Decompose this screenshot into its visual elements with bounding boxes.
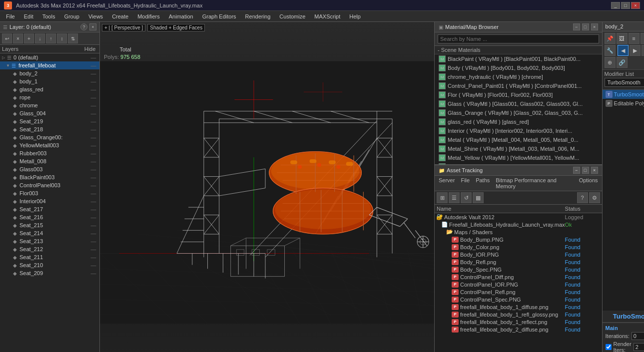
mod-iterations-input[interactable] <box>632 332 644 340</box>
mod-render-iters-checkbox[interactable] <box>606 344 612 350</box>
asset-tb-btn4[interactable]: ▦ <box>473 192 484 203</box>
material-item[interactable]: MMetal_Shine ( VRayMtl ) [Metall_003, Me… <box>435 144 602 153</box>
mod-render-iters-input[interactable] <box>634 343 644 351</box>
mod-tb-hierarchy[interactable]: ≡ <box>629 33 640 44</box>
layer-item[interactable]: ◆ControlPanel003— <box>0 181 99 189</box>
layer-tb-delete[interactable]: × <box>13 33 23 43</box>
layer-item[interactable]: ◆Flor003— <box>0 189 99 197</box>
asset-item[interactable]: PBody_Color.pngFound <box>435 243 602 251</box>
menu-tools[interactable]: Tools <box>38 12 59 20</box>
layer-item[interactable]: ◆rope— <box>0 93 99 101</box>
layer-item[interactable]: ◆Seat_214— <box>0 229 99 237</box>
mod-tb-pin[interactable]: 📌 <box>605 33 616 44</box>
layer-item[interactable]: ◆glass_red— <box>0 85 99 93</box>
asset-menu-bitmap[interactable]: Bitmap Performance and Memory <box>494 177 575 190</box>
asset-item[interactable]: Pfreefall_lifeboat_body_2_diffuse.pngFou… <box>435 326 602 333</box>
layer-item[interactable]: ◆Metall_008— <box>0 157 99 165</box>
material-search-input[interactable] <box>438 34 599 43</box>
restore-button[interactable]: □ <box>621 2 630 9</box>
asset-item[interactable]: Pfreefall_lifeboat_body_1_reflect.pngFou… <box>435 318 602 326</box>
mod-tb-align[interactable]: ⊕ <box>605 57 616 68</box>
menu-rendering[interactable]: Rendering <box>241 12 275 20</box>
layer-item[interactable]: ◆Seat_218— <box>0 125 99 133</box>
layer-tb-up[interactable]: ↑ <box>46 33 56 43</box>
menu-file[interactable]: File <box>2 12 19 20</box>
asset-tb-btn2[interactable]: ☰ <box>449 192 460 203</box>
menu-edit[interactable]: Edit <box>20 12 37 20</box>
window-controls[interactable]: _ □ × <box>611 2 640 9</box>
material-item[interactable]: Mpaint_blue ( VRayMtl ) [baloons, paint_… <box>435 162 602 164</box>
viewport-3d[interactable]: Total Polys: 975 658 Tris: 975 658 Edges… <box>100 22 434 352</box>
material-item[interactable]: MGlass ( VRayMtl ) [Glass001, Glass002, … <box>435 99 602 108</box>
layer-item[interactable]: ◆Seat_212— <box>0 245 99 253</box>
asset-menu-file[interactable]: File <box>459 177 472 190</box>
layer-item[interactable]: ◆body_1— <box>0 77 99 85</box>
layer-item[interactable]: ◆BlackPaint003— <box>0 173 99 181</box>
layer-tb-merge[interactable]: ⇅ <box>68 33 78 43</box>
menu-help[interactable]: Help <box>345 12 365 20</box>
layer-item[interactable]: ◆Interior004— <box>0 197 99 205</box>
asset-item[interactable]: PBody_Bump.PNGFound <box>435 236 602 243</box>
layer-item[interactable]: ◆Seat_215— <box>0 221 99 229</box>
menu-group[interactable]: Group <box>60 12 83 20</box>
mod-tb-motion[interactable]: ▶ <box>641 33 644 44</box>
menu-animation[interactable]: Animation <box>165 12 197 20</box>
asset-item[interactable]: PControlPanel_Refl.pngFound <box>435 288 602 296</box>
material-item[interactable]: MControl_Panel_Paint01 ( VRayMtl ) [Cont… <box>435 81 602 90</box>
material-item[interactable]: MFlor ( VRayMtl ) [Flor001, Flor002, Flo… <box>435 90 602 99</box>
layer-item[interactable]: ◆Seat_217— <box>0 205 99 213</box>
menu-views[interactable]: Views <box>84 12 107 20</box>
asset-tb-btn1[interactable]: ⊞ <box>437 192 448 203</box>
minimize-button[interactable]: _ <box>611 2 620 9</box>
material-item[interactable]: MInterior ( VRayMtl ) [Interior002, Inte… <box>435 126 602 135</box>
layer-item[interactable]: ◆Seat_219— <box>0 117 99 125</box>
menu-graph-editors[interactable]: Graph Editors <box>198 12 240 20</box>
layer-item[interactable]: ◆Rubber003— <box>0 149 99 157</box>
asset-item[interactable]: PControlPanel_IOR.PNGFound <box>435 281 602 288</box>
mod-tb-render[interactable]: 🖼 <box>617 33 628 44</box>
layer-list[interactable]: ▷☰0 (default)—▼☰freefall_lifeboat— ◆body… <box>0 53 99 352</box>
menu-customize[interactable]: Customize <box>275 12 309 20</box>
asset-help-button[interactable]: ? <box>577 192 588 203</box>
layer-item[interactable]: ▼☰freefall_lifeboat— <box>0 61 99 69</box>
asset-min-button[interactable]: − <box>573 167 580 174</box>
layer-item[interactable]: ◆YellowMetall003— <box>0 141 99 149</box>
asset-tb-btn3[interactable]: ↺ <box>461 192 472 203</box>
mod-tb-active1[interactable]: ◀ <box>618 45 629 56</box>
close-button[interactable]: × <box>631 2 640 9</box>
material-item[interactable]: MMetal_Yellow ( VRayMtl ) [YellowMetall0… <box>435 153 602 162</box>
asset-settings-button[interactable]: ⚙ <box>589 192 600 203</box>
layer-item[interactable]: ▷☰0 (default)— <box>0 53 99 61</box>
asset-menu-server[interactable]: Server <box>437 177 457 190</box>
modifier-stack-list[interactable]: T TurboSmooth P Editable Poly <box>603 90 644 311</box>
asset-item[interactable]: 📂Maps / Shaders <box>435 228 602 236</box>
asset-item[interactable]: 🔐Autodesk Vault 2012Logged <box>435 213 602 221</box>
mod-tb-link[interactable]: 🔗 <box>617 57 628 68</box>
mat-close-button[interactable]: × <box>591 23 598 30</box>
menu-modifiers[interactable]: Modifiers <box>133 12 164 20</box>
asset-close-button[interactable]: × <box>591 167 598 174</box>
layer-item[interactable]: ◆Glass003— <box>0 165 99 173</box>
layer-item[interactable]: ◆Seat_209— <box>0 269 99 277</box>
layer-close-button[interactable]: × <box>89 23 96 30</box>
mat-maximize-button[interactable]: □ <box>582 23 589 30</box>
asset-item[interactable]: Pfreefall_lifeboat_body_1_refl_glossy.pn… <box>435 311 602 318</box>
modifier-turbosmooth[interactable]: T TurboSmooth <box>603 90 644 99</box>
asset-item[interactable]: PBody_Refl.pngFound <box>435 258 602 266</box>
material-item[interactable]: MBlackPaint ( VRayMtl ) [BlackPaint001, … <box>435 54 602 63</box>
layer-item[interactable]: ◆body_2— <box>0 69 99 77</box>
asset-max-button[interactable]: □ <box>582 167 589 174</box>
material-item[interactable]: Mglass_red ( VRayMtl ) [glass_red] <box>435 117 602 126</box>
layer-item[interactable]: ◆chrome— <box>0 101 99 109</box>
asset-menu-paths[interactable]: Paths <box>474 177 492 190</box>
material-item[interactable]: MBody ( VRayMtl ) [Body001, Body002, Bod… <box>435 63 602 72</box>
layer-item[interactable]: ◆Glass_Orange00:— <box>0 133 99 141</box>
layer-tb-down1[interactable]: ↓ <box>35 33 45 43</box>
asset-item[interactable]: PControlPanel_Diff.pngFound <box>435 273 602 281</box>
layer-item[interactable]: ◆Seat_210— <box>0 261 99 269</box>
asset-item[interactable]: PControlPanel_Spec.PNGFound <box>435 296 602 303</box>
asset-item[interactable]: PBody_IOR.PNGFound <box>435 251 602 258</box>
menu-create[interactable]: Create <box>108 12 132 20</box>
asset-item[interactable]: Pfreefall_lifeboat_body_1_diffuse.pngFou… <box>435 303 602 311</box>
layer-tb-add[interactable]: + <box>24 33 34 43</box>
